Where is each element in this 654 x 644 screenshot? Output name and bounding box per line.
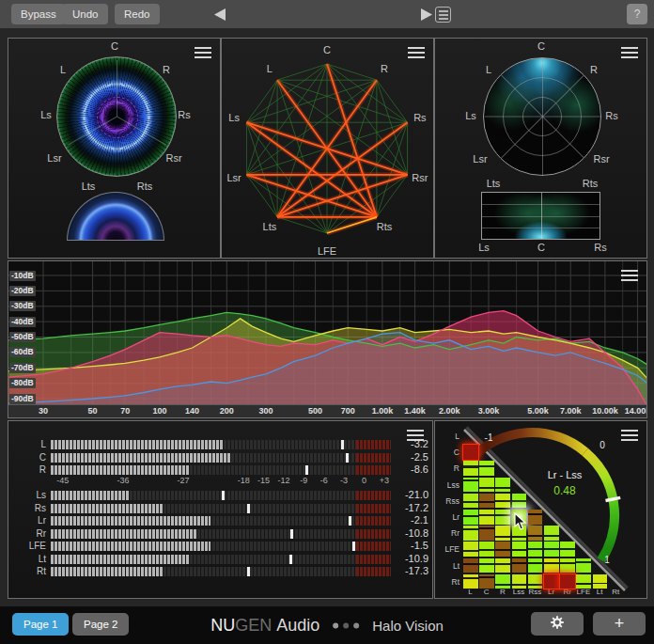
matrix-panel-menu-icon[interactable] (621, 430, 638, 441)
matrix-cell-LFE-L[interactable] (463, 542, 478, 557)
freq-axis-label: 1.00k (372, 406, 394, 416)
matrix-cell-Rss-Lss[interactable] (512, 494, 527, 509)
matrix-cell-Rr-Lss[interactable] (512, 526, 527, 541)
matrix-cell-Lss-C[interactable] (479, 478, 494, 493)
web-panel-menu-icon[interactable] (408, 47, 425, 58)
matrix-cell-Lt-C[interactable] (479, 558, 494, 573)
matrix-cell-LFE-Rr[interactable] (560, 542, 575, 557)
matrix-cell-Lt-R[interactable] (495, 558, 510, 573)
panorama-display (481, 192, 600, 240)
matrix-col-label: LFE (575, 588, 591, 596)
meters-panel-menu-icon[interactable] (407, 430, 424, 441)
db-axis-label: -10dB (9, 271, 36, 281)
matrix-cell-LFE-Lss[interactable] (512, 542, 527, 557)
matrix-cell-Lt-Lr[interactable] (544, 558, 559, 573)
matrix-cell-Lt-Rr[interactable] (560, 558, 575, 573)
matrix-cell-Lr-Lss[interactable] (512, 510, 527, 525)
matrix-cell-Rss-R[interactable] (495, 494, 510, 509)
matrix-cell-Lr-L[interactable] (463, 510, 478, 525)
matrix-row-label: C (437, 448, 459, 457)
svg-text:Rs: Rs (413, 112, 427, 123)
page2-button[interactable]: Page 2 (72, 613, 129, 636)
matrix-cell-Lt-Lss[interactable] (512, 558, 527, 573)
page1-button[interactable]: Page 1 (12, 613, 69, 636)
help-button[interactable]: ? (627, 4, 647, 24)
matrix-cell-LFE-Lr[interactable] (544, 542, 559, 557)
radar-label-Lsr: Lsr (473, 153, 487, 165)
matrix-cell-Rt-L[interactable] (463, 574, 478, 589)
meter-peak-tick (305, 465, 308, 475)
db-axis-label: -80dB (9, 378, 36, 388)
radar-panel-menu-icon[interactable] (621, 47, 638, 58)
freq-axis-label: 10.00k (592, 406, 618, 416)
radar-label-C: C (537, 40, 545, 52)
undo-button[interactable]: Undo (63, 4, 108, 24)
meter-label: R (10, 464, 46, 475)
matrix-cell-Rt-Rr[interactable] (560, 574, 575, 589)
meter-value: -1.5 (391, 540, 428, 551)
matrix-cell-Rt-LFE[interactable] (576, 574, 591, 589)
halo-scope-display (56, 56, 177, 177)
matrix-cell-Rt-C[interactable] (479, 574, 494, 589)
matrix-cell-Lt-LFE[interactable] (576, 558, 591, 573)
meter-bar (51, 567, 391, 576)
matrix-row-label: L (437, 432, 459, 441)
matrix-row-label: LFE (437, 544, 459, 554)
matrix-cell-Rt-R[interactable] (495, 574, 510, 589)
matrix-cell-Lr-Rss[interactable] (528, 510, 543, 525)
halo-label-C: C (111, 40, 118, 52)
footer-bar: Page 1 Page 2 NUGENAudio Halo Vision + (0, 606, 654, 644)
bypass-button[interactable]: Bypass (11, 4, 66, 24)
matrix-cell-Rss-C[interactable] (479, 494, 494, 509)
matrix-cell-R-C[interactable] (479, 461, 494, 476)
redo-button[interactable]: Redo (115, 4, 160, 24)
matrix-cell-Lss-R[interactable] (495, 478, 510, 493)
matrix-cell-Lr-C[interactable] (479, 510, 494, 525)
plus-icon: + (615, 614, 625, 634)
matrix-cell-R-L[interactable] (463, 461, 478, 476)
matrix-cell-Rss-L[interactable] (463, 494, 478, 509)
db-axis-label: -50dB (9, 332, 36, 342)
matrix-cell-Lt-L[interactable] (463, 558, 478, 573)
matrix-cell-Rr-C[interactable] (479, 526, 494, 541)
matrix-cell-Rr-Rss[interactable] (528, 526, 543, 541)
matrix-cell-Lt-Rss[interactable] (528, 558, 543, 573)
matrix-cell-Lss-L[interactable] (463, 478, 478, 493)
svg-text:Lts: Lts (263, 221, 277, 232)
skip-back-icon[interactable] (214, 8, 227, 21)
matrix-cell-LFE-R[interactable] (495, 542, 510, 557)
halo-panel: CLRLsRsLsrRsrLtsRts (8, 38, 221, 259)
meter-row-LFE: LFE-1.5 (8, 542, 432, 551)
spectrum-panel-menu-icon[interactable] (621, 270, 638, 281)
matrix-cell-Rt-Rss[interactable] (528, 574, 543, 589)
matrix-col-label: Lss (511, 588, 527, 596)
freq-axis-label: 5.00k (527, 406, 549, 416)
halo-panel-menu-icon[interactable] (195, 47, 211, 58)
matrix-cell-Lr-R[interactable] (495, 510, 510, 525)
matrix-cell-LFE-Rss[interactable] (528, 542, 543, 557)
meter-bar (51, 465, 391, 475)
meter-bar (51, 555, 391, 564)
meter-label: Lr (10, 515, 46, 526)
matrix-cell-Rr-R[interactable] (495, 526, 510, 541)
brand-nu: NU (210, 616, 235, 636)
matrix-cell-Rt-Lr[interactable] (544, 574, 559, 589)
meter-value: -17.3 (391, 565, 428, 576)
matrix-cell-LFE-C[interactable] (479, 542, 494, 557)
db-axis-label: -90dB (9, 394, 36, 404)
matrix-cell-C-L[interactable] (463, 445, 478, 460)
matrix-cell-Rr-L[interactable] (463, 526, 478, 541)
freq-axis-label: 50 (88, 406, 98, 416)
playlist-icon[interactable] (435, 7, 451, 23)
dome-label-Rts: Rts (137, 181, 153, 192)
brand-logo: NUGENAudio Halo Vision (210, 616, 444, 636)
separator-dots (333, 622, 359, 628)
add-module-button[interactable]: + (593, 612, 646, 636)
matrix-row-label: R (437, 463, 459, 473)
matrix-cell-Rr-Lr[interactable] (544, 526, 559, 541)
settings-button[interactable] (531, 612, 584, 636)
matrix-cell-Rt-Lss[interactable] (512, 574, 527, 589)
play-icon[interactable] (421, 8, 434, 21)
matrix-cell-Rt-Lt[interactable] (593, 574, 608, 589)
location-radar-panel: CLRLsRsLsrRsrLtsRtsLsCRs (434, 38, 647, 259)
